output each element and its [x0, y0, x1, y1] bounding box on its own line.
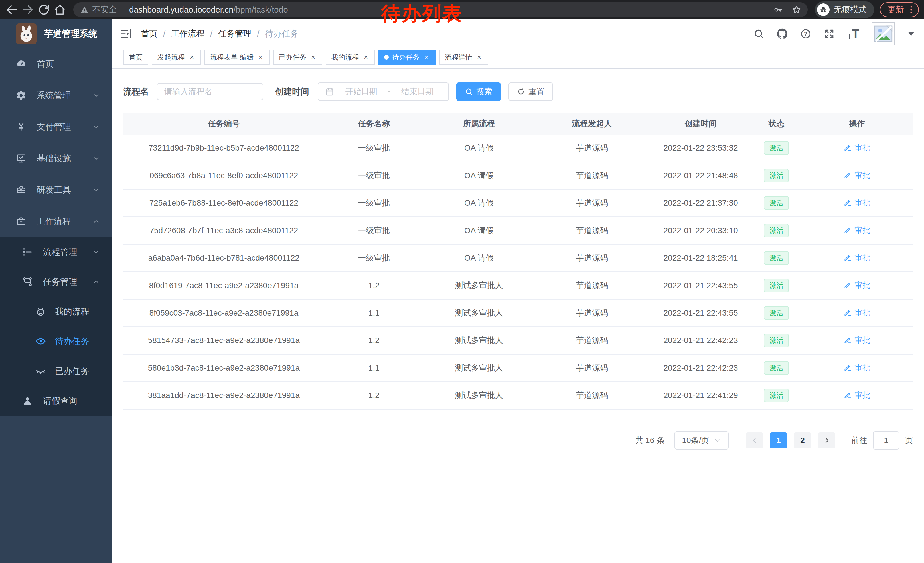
sidebar-submenu-item[interactable]: 我的流程: [0, 297, 112, 326]
sidebar-submenu-item[interactable]: 任务管理: [0, 267, 112, 297]
edit-pencil-icon: [844, 254, 852, 262]
bookmark-star-icon[interactable]: [792, 5, 801, 15]
cell-starter: 芋道源码: [535, 252, 649, 263]
briefcase-icon: [16, 216, 26, 227]
sidebar-fold-icon[interactable]: [120, 28, 132, 40]
filter-bar: 流程名 创建时间 开始日期 - 结束日期 搜索 重置: [123, 83, 913, 101]
breadcrumb-item[interactable]: 工作流程: [171, 28, 204, 39]
view-tab[interactable]: 我的流程: [326, 50, 375, 65]
cell-task-name: 1.2: [325, 336, 423, 345]
date-range-input[interactable]: 开始日期 - 结束日期: [318, 83, 449, 101]
reload-icon[interactable]: [37, 3, 50, 17]
fullscreen-icon[interactable]: [824, 29, 835, 39]
cell-created: 2022-01-22 18:25:41: [649, 254, 752, 263]
view-tab[interactable]: 流程表单-编辑: [204, 50, 270, 65]
avatar-caret-down-icon[interactable]: [908, 32, 914, 36]
goto-suffix: 页: [905, 435, 913, 446]
reset-refresh-icon: [517, 88, 525, 96]
cell-task-id: 58154733-7ac8-11ec-a9e2-a2380e71991a: [123, 336, 325, 345]
sidebar-menu-item[interactable]: 首页: [0, 48, 112, 80]
view-tab[interactable]: 发起流程: [152, 50, 201, 65]
approve-link[interactable]: 审批: [844, 170, 870, 181]
approve-link[interactable]: 审批: [844, 197, 870, 208]
tab-close-icon[interactable]: [476, 54, 483, 61]
process-name-label: 流程名: [123, 86, 149, 98]
breadcrumb-item[interactable]: 任务管理: [218, 28, 251, 39]
table-row: 381aa1dd-7ac8-11ec-a9e2-a2380e71991a 1.2…: [123, 382, 913, 410]
sidebar-item-label: 首页: [37, 58, 92, 70]
sidebar-submenu-item[interactable]: 流程管理: [0, 237, 112, 267]
approve-link[interactable]: 审批: [844, 390, 870, 401]
github-icon[interactable]: [777, 29, 788, 39]
table-row: 8f0d1619-7ac8-11ec-a9e2-a2380e71991a 1.2…: [123, 272, 913, 300]
sidebar-menu-item[interactable]: 支付管理: [0, 111, 112, 143]
avatar[interactable]: [872, 23, 895, 45]
sidebar-menu-item[interactable]: 工作流程: [0, 206, 112, 237]
approve-link[interactable]: 审批: [844, 225, 870, 236]
search-button[interactable]: 搜索: [456, 83, 501, 101]
view-tab[interactable]: 首页: [123, 50, 148, 65]
browser-menu-dots-icon[interactable]: [906, 5, 916, 15]
person-icon: [22, 396, 33, 406]
prev-page-button[interactable]: [746, 432, 763, 449]
sidebar-submenu-item[interactable]: 请假查询: [0, 386, 112, 416]
forward-icon[interactable]: [21, 3, 34, 17]
end-date-placeholder: 结束日期: [394, 86, 441, 97]
cell-starter: 芋道源码: [535, 143, 649, 153]
sidebar-item-label: 研发工具: [37, 184, 92, 196]
view-tab[interactable]: 待办任务: [378, 50, 436, 65]
col-process: 所属流程: [423, 118, 535, 129]
back-icon[interactable]: [5, 3, 18, 17]
status-badge: 激活: [764, 141, 789, 155]
page-buttons: 1 2: [766, 432, 814, 449]
next-page-button[interactable]: [818, 432, 835, 449]
sidebar-menu-item[interactable]: 研发工具: [0, 174, 112, 206]
cell-process: OA 请假: [423, 170, 535, 181]
approve-link[interactable]: 审批: [844, 307, 870, 318]
sidebar-subitem-label: 请假查询: [43, 395, 92, 407]
cell-created: 2022-01-21 22:42:23: [649, 363, 752, 372]
view-tab[interactable]: 已办任务: [273, 50, 322, 65]
tab-close-icon[interactable]: [310, 54, 316, 61]
tab-close-icon[interactable]: [188, 54, 195, 61]
tab-close-icon[interactable]: [257, 54, 264, 61]
breadcrumb-item[interactable]: 首页: [141, 28, 158, 39]
view-tab[interactable]: 流程详情: [439, 50, 488, 65]
cell-task-id: 73211d9d-7b9b-11ec-b5b7-acde48001122: [123, 144, 325, 153]
page-size-select[interactable]: 10条/页: [674, 431, 729, 450]
sidebar-submenu-item[interactable]: 已办任务: [0, 356, 112, 386]
sidebar-menu-item[interactable]: 系统管理: [0, 80, 112, 111]
sidebar-menu-item[interactable]: 基础设施: [0, 143, 112, 174]
app-logo-row[interactable]: 芋道管理系统: [0, 20, 112, 48]
page-number-button[interactable]: 2: [794, 432, 811, 449]
tab-close-icon[interactable]: [423, 54, 430, 61]
sidebar-submenu-item[interactable]: 待办任务: [0, 326, 112, 356]
approve-link[interactable]: 审批: [844, 252, 870, 263]
reset-button[interactable]: 重置: [508, 83, 553, 101]
goto-page-input[interactable]: [873, 431, 899, 450]
help-icon[interactable]: ?: [800, 29, 811, 39]
sidebar-subitem-label: 流程管理: [43, 246, 92, 258]
password-key-icon[interactable]: [773, 5, 783, 15]
table-header: 任务编号 任务名称 所属流程 流程发起人 创建时间 状态 操作: [123, 113, 913, 135]
incognito-badge: 无痕模式: [814, 2, 874, 18]
cell-task-id: 069c6a63-7b8a-11ec-8ef0-acde48001122: [123, 171, 325, 180]
cell-task-name: 1.2: [325, 391, 423, 400]
chevron-down-icon: [714, 437, 721, 444]
home-icon[interactable]: [53, 3, 66, 17]
tab-close-icon[interactable]: [362, 54, 369, 61]
search-icon[interactable]: [753, 29, 764, 39]
approve-link[interactable]: 审批: [844, 335, 870, 346]
chevron-down-icon: [92, 123, 100, 131]
approve-link[interactable]: 审批: [844, 362, 870, 373]
approve-link[interactable]: 审批: [844, 142, 870, 153]
font-size-icon[interactable]: TT: [847, 28, 859, 40]
browser-update-button[interactable]: 更新: [880, 2, 919, 17]
dashboard-icon: [16, 59, 26, 69]
cell-created: 2022-01-21 22:41:29: [649, 391, 752, 400]
approve-link[interactable]: 审批: [844, 280, 870, 291]
breadcrumb-item[interactable]: 待办任务: [265, 28, 298, 39]
page-number-button[interactable]: 1: [770, 432, 787, 449]
process-name-input[interactable]: [157, 83, 263, 100]
cell-starter: 芋道源码: [535, 280, 649, 291]
